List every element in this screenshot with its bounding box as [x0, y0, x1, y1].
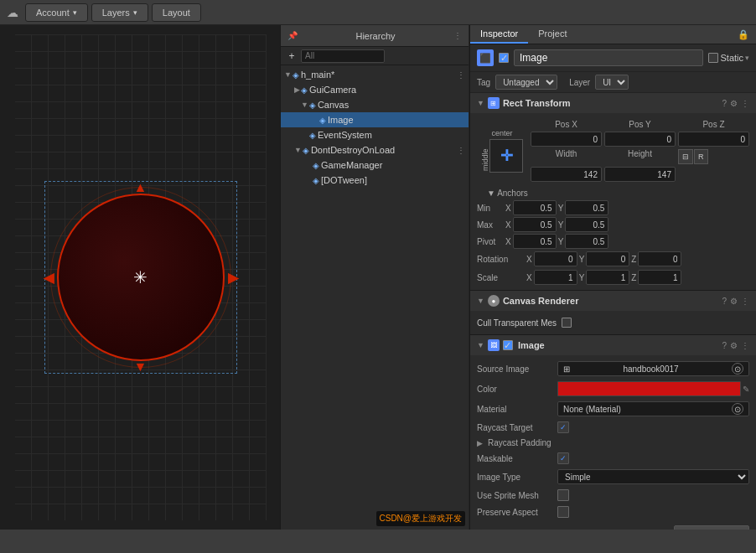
- anchors-expand-label[interactable]: ▼ Anchors: [477, 187, 749, 199]
- rotation-values: X Y Z: [526, 251, 749, 266]
- color-edit-icon[interactable]: ✎: [743, 385, 749, 394]
- layers-button[interactable]: Layers ▾: [91, 3, 148, 22]
- list-item[interactable]: ◈ GameManager: [281, 158, 469, 173]
- rotation-z-input[interactable]: [638, 251, 681, 266]
- object-name: Image: [328, 115, 354, 125]
- scale-x-input[interactable]: [534, 270, 577, 285]
- pos-z-label: Pos Z: [678, 120, 749, 129]
- hierarchy-add-button[interactable]: +: [284, 49, 299, 64]
- settings-icon[interactable]: ⚙: [730, 341, 738, 350]
- settings-icon[interactable]: ⚙: [730, 297, 738, 306]
- list-item[interactable]: ▶ ◈ GuiCamera: [281, 82, 469, 97]
- object-name: [DOTween]: [321, 175, 367, 185]
- scale-z-input[interactable]: [638, 270, 681, 285]
- anchor-min-y-label: Y: [558, 204, 564, 213]
- anchors-arrow-icon: ▼: [487, 189, 497, 198]
- list-item[interactable]: ▼ ◈ h_main* ⋮: [281, 67, 469, 82]
- list-item[interactable]: ▼ ◈ DontDestroyOnLoad ⋮: [281, 142, 469, 158]
- component-menu-icon[interactable]: ⋮: [741, 341, 749, 350]
- item-menu-icon[interactable]: ⋮: [457, 70, 465, 80]
- preserve-aspect-checkbox[interactable]: [557, 506, 569, 518]
- layout-button[interactable]: Layout: [152, 3, 201, 22]
- scene-image-area: ▲ ▼ ◀ ▶ ✳: [15, 34, 267, 520]
- component-menu-icon[interactable]: ⋮: [741, 297, 749, 306]
- object-enabled-checkbox[interactable]: ✓: [499, 53, 509, 63]
- source-image-label: Source Image: [477, 364, 552, 374]
- pos-x-input[interactable]: [531, 132, 602, 147]
- image-enabled-checkbox[interactable]: ✓: [503, 340, 513, 350]
- crosshair-icon: ✳: [133, 267, 148, 287]
- list-item[interactable]: ◈ EventSystem: [281, 127, 469, 142]
- color-label: Color: [477, 385, 552, 394]
- object-name-input[interactable]: [514, 49, 703, 66]
- component-menu-icon[interactable]: ⋮: [741, 99, 749, 108]
- pivot-y-input[interactable]: [565, 234, 608, 249]
- rect-transform-title: Rect Transform: [503, 98, 719, 108]
- scale-y-input[interactable]: [586, 270, 629, 285]
- anchor-box[interactable]: ✛: [489, 139, 523, 173]
- item-menu-icon[interactable]: ⋮: [457, 146, 465, 155]
- raycast-target-checkbox[interactable]: ✓: [557, 421, 569, 433]
- anchor-min-y-input[interactable]: [565, 200, 608, 215]
- anchor-min-x-input[interactable]: [513, 200, 557, 215]
- cloud-icon: ☁: [7, 6, 18, 19]
- anchor-max-y-label: Y: [558, 220, 564, 230]
- color-swatch[interactable]: [557, 381, 741, 396]
- static-dropdown-arrow[interactable]: ▾: [745, 54, 749, 62]
- top-bar: ☁ Account ▾ Layers ▾ Layout: [0, 0, 756, 25]
- sprite-mesh-checkbox[interactable]: [557, 489, 569, 501]
- help-icon[interactable]: ?: [722, 341, 727, 350]
- material-select-icon[interactable]: ⊙: [732, 403, 743, 415]
- native-size-button[interactable]: Set Native Size: [674, 525, 749, 530]
- image-component-header[interactable]: ▼ 🖼 ✓ Image ? ⚙ ⋮: [470, 335, 756, 355]
- layer-label: Layer: [569, 78, 590, 87]
- cull-checkbox[interactable]: [562, 318, 572, 328]
- layer-select[interactable]: UI: [595, 75, 629, 90]
- hierarchy-menu-icon[interactable]: ⋮: [453, 31, 462, 40]
- account-arrow: ▾: [73, 8, 77, 17]
- rect-transform-header[interactable]: ▼ ⊞ Rect Transform ? ⚙ ⋮: [470, 93, 756, 113]
- hierarchy-pin-icon: 📌: [287, 31, 298, 40]
- resize-r-button[interactable]: R: [694, 149, 708, 164]
- color-row: Color ✎: [470, 379, 756, 399]
- lock-icon[interactable]: 🔒: [731, 26, 756, 44]
- raycast-padding-row[interactable]: ▶ Raycast Padding: [470, 436, 756, 450]
- scale-label: Scale: [477, 273, 523, 282]
- anchor-max-x-input[interactable]: [513, 217, 557, 232]
- object-name: h_main*: [301, 70, 334, 80]
- height-input[interactable]: [604, 167, 676, 182]
- pivot-x-input[interactable]: [513, 234, 557, 249]
- help-icon[interactable]: ?: [722, 99, 727, 108]
- canvas-renderer-icon: ●: [488, 295, 500, 307]
- tag-select[interactable]: Untagged: [495, 75, 557, 90]
- pivot-label: Pivot: [477, 237, 502, 246]
- account-button[interactable]: Account ▾: [25, 3, 88, 22]
- list-item[interactable]: ◈ [DOTween]: [281, 173, 469, 188]
- raycast-padding-arrow: ▶: [477, 439, 483, 447]
- settings-icon[interactable]: ⚙: [730, 99, 738, 108]
- maskable-checkbox[interactable]: ✓: [557, 452, 569, 464]
- anchor-min-label: Min: [477, 204, 502, 213]
- rotation-x-input[interactable]: [534, 251, 577, 266]
- anchor-max-y-input[interactable]: [565, 217, 608, 232]
- resize-button[interactable]: ⊟: [678, 149, 693, 164]
- tab-inspector[interactable]: Inspector: [470, 25, 528, 44]
- list-item[interactable]: ◈ Image: [281, 112, 469, 127]
- raycast-target-row: Raycast Target ✓: [470, 419, 756, 436]
- width-input[interactable]: [531, 167, 602, 182]
- list-item[interactable]: ▼ ◈ Canvas: [281, 97, 469, 112]
- hierarchy-search-input[interactable]: [301, 49, 385, 63]
- rotation-y-input[interactable]: [586, 251, 629, 266]
- object-icon: ◈: [301, 85, 308, 95]
- image-type-select[interactable]: Simple: [557, 469, 749, 484]
- pos-z-input[interactable]: [678, 132, 749, 147]
- help-icon[interactable]: ?: [722, 297, 727, 306]
- scene-object[interactable]: ▲ ▼ ◀ ▶ ✳: [57, 194, 225, 361]
- pos-y-input[interactable]: [604, 132, 676, 147]
- source-image-select-icon[interactable]: ⊙: [732, 363, 743, 375]
- canvas-renderer-header[interactable]: ▼ ● Canvas Renderer ? ⚙ ⋮: [470, 291, 756, 311]
- preserve-aspect-row: Preserve Aspect: [470, 504, 756, 520]
- object-name: GuiCamera: [309, 85, 356, 95]
- tab-project[interactable]: Project: [528, 25, 577, 44]
- static-checkbox[interactable]: [708, 53, 718, 63]
